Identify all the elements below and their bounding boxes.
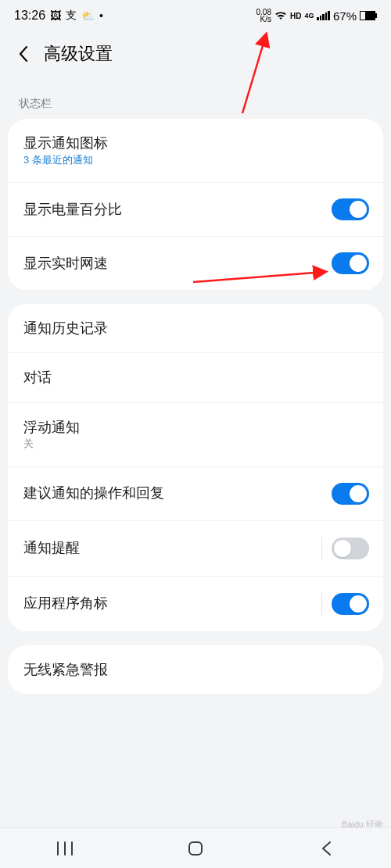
row-title: 显示通知图标 xyxy=(23,134,108,152)
nav-back-button[interactable] xyxy=(291,828,361,868)
row-subtitle: 关 xyxy=(23,438,80,450)
signal-icon xyxy=(317,11,330,20)
section-label-statusbar: 状态栏 xyxy=(0,73,391,117)
pay-icon: 支 xyxy=(66,9,77,23)
row-conversations[interactable]: 对话 xyxy=(8,353,383,403)
row-battery-percent[interactable]: 显示电量百分比 xyxy=(8,183,383,237)
nav-home-button[interactable] xyxy=(160,828,231,868)
card-emergency: 无线紧急警报 xyxy=(8,645,383,695)
row-notification-reminder[interactable]: 通知提醒 xyxy=(8,521,383,577)
toggle-notification-reminder[interactable] xyxy=(332,538,369,559)
row-network-speed[interactable]: 显示实时网速 xyxy=(8,237,383,290)
row-title: 显示电量百分比 xyxy=(23,201,122,219)
sig-label: 4G xyxy=(304,12,314,20)
page-header: 高级设置 xyxy=(0,31,391,73)
row-title: 无线紧急警报 xyxy=(23,661,108,679)
status-bar: 13:26 🖼 支 ⛅ • 0.08 K/s HD 4G 67% xyxy=(0,0,391,31)
row-subtitle: 3 条最近的通知 xyxy=(23,154,108,166)
status-time: 13:26 xyxy=(14,9,45,23)
row-title: 对话 xyxy=(23,369,52,387)
netspeed-indicator: 0.08 K/s xyxy=(256,9,271,23)
row-notification-icons[interactable]: 显示通知图标 3 条最近的通知 xyxy=(8,119,383,183)
weather-icon: ⛅ xyxy=(81,9,95,22)
dot-icon: • xyxy=(99,9,103,22)
row-app-badges[interactable]: 应用程序角标 xyxy=(8,577,383,631)
svg-rect-0 xyxy=(189,842,202,855)
toggle-suggested-actions[interactable] xyxy=(332,483,369,505)
row-suggested-actions[interactable]: 建议通知的操作和回复 xyxy=(8,467,383,521)
row-title: 建议通知的操作和回复 xyxy=(23,484,164,502)
battery-pct: 67% xyxy=(333,9,357,23)
netspeed-unit: K/s xyxy=(256,16,271,23)
status-left: 13:26 🖼 支 ⛅ • xyxy=(14,9,103,23)
status-right: 0.08 K/s HD 4G 67% xyxy=(256,9,377,23)
divider xyxy=(321,537,322,560)
nav-recent-button[interactable] xyxy=(30,828,100,868)
nav-bar xyxy=(0,827,391,868)
battery-icon xyxy=(360,11,377,20)
page-title: 高级设置 xyxy=(44,42,113,66)
divider xyxy=(321,592,322,616)
card-notifications: 通知历史记录 对话 浮动通知 关 建议通知的操作和回复 通知提醒 应用程序角标 xyxy=(8,304,383,631)
row-title: 显示实时网速 xyxy=(23,255,108,273)
wifi-icon xyxy=(274,9,287,23)
row-title: 通知历史记录 xyxy=(23,320,108,338)
row-floating-notifications[interactable]: 浮动通知 关 xyxy=(8,403,383,467)
row-wireless-emergency[interactable]: 无线紧急警报 xyxy=(8,645,383,695)
row-title: 通知提醒 xyxy=(23,539,80,557)
image-icon: 🖼 xyxy=(50,9,61,22)
card-statusbar: 显示通知图标 3 条最近的通知 显示电量百分比 显示实时网速 xyxy=(8,119,383,290)
toggle-app-badges[interactable] xyxy=(332,593,369,615)
row-notification-history[interactable]: 通知历史记录 xyxy=(8,304,383,354)
back-button[interactable] xyxy=(14,45,33,63)
toggle-network-speed[interactable] xyxy=(332,252,369,274)
row-title: 浮动通知 xyxy=(23,419,80,437)
row-title: 应用程序角标 xyxy=(23,595,108,613)
hd-label: HD xyxy=(290,12,301,20)
toggle-battery-percent[interactable] xyxy=(332,198,369,220)
